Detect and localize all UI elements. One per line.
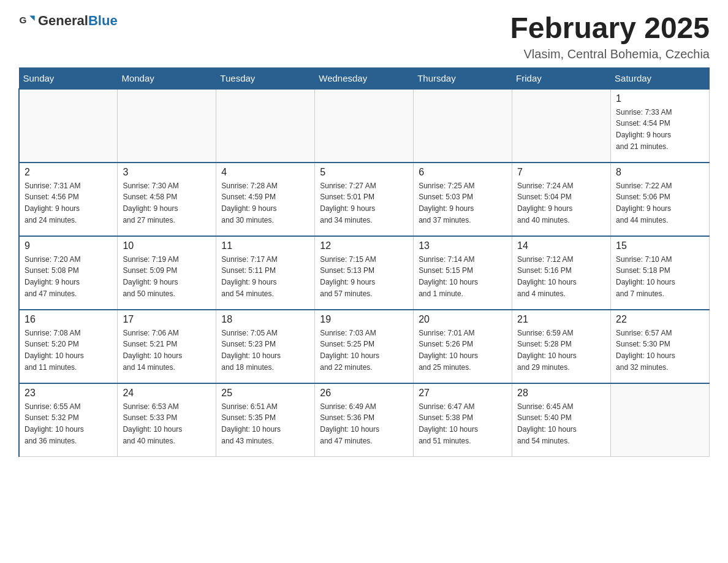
weekday-header-thursday: Thursday (414, 67, 512, 89)
day-info: Sunrise: 7:25 AM Sunset: 5:03 PM Dayligh… (419, 180, 507, 226)
calendar-cell: 27Sunrise: 6:47 AM Sunset: 5:38 PM Dayli… (414, 383, 512, 457)
logo: G GeneralBlue (18, 12, 118, 29)
calendar-cell: 6Sunrise: 7:25 AM Sunset: 5:03 PM Daylig… (414, 163, 512, 236)
day-number: 2 (25, 167, 112, 178)
calendar-cell: 5Sunrise: 7:27 AM Sunset: 5:01 PM Daylig… (315, 163, 414, 236)
calendar-cell: 1Sunrise: 7:33 AM Sunset: 4:54 PM Daylig… (611, 89, 710, 163)
day-number: 10 (123, 240, 211, 251)
calendar-cell: 18Sunrise: 7:05 AM Sunset: 5:23 PM Dayli… (216, 310, 315, 383)
logo-text-general: General (38, 13, 88, 28)
calendar-cell: 25Sunrise: 6:51 AM Sunset: 5:35 PM Dayli… (216, 383, 315, 457)
day-number: 12 (320, 240, 408, 251)
svg-marker-1 (29, 16, 34, 21)
calendar-cell (19, 89, 118, 163)
day-number: 7 (517, 167, 605, 178)
day-info: Sunrise: 7:06 AM Sunset: 5:21 PM Dayligh… (123, 327, 211, 373)
weekday-header-saturday: Saturday (611, 67, 710, 89)
calendar-cell: 3Sunrise: 7:30 AM Sunset: 4:58 PM Daylig… (118, 163, 216, 236)
calendar-week-row: 2Sunrise: 7:31 AM Sunset: 4:56 PM Daylig… (19, 163, 710, 236)
day-info: Sunrise: 7:30 AM Sunset: 4:58 PM Dayligh… (123, 180, 211, 226)
day-number: 22 (616, 314, 704, 325)
day-number: 15 (616, 240, 704, 251)
calendar-cell: 26Sunrise: 6:49 AM Sunset: 5:36 PM Dayli… (315, 383, 414, 457)
day-number: 3 (123, 167, 211, 178)
day-number: 4 (221, 167, 309, 178)
day-number: 13 (419, 240, 507, 251)
day-info: Sunrise: 7:20 AM Sunset: 5:08 PM Dayligh… (25, 254, 112, 299)
calendar-cell: 7Sunrise: 7:24 AM Sunset: 5:04 PM Daylig… (512, 163, 611, 236)
calendar-cell (414, 89, 512, 163)
day-info: Sunrise: 7:31 AM Sunset: 4:56 PM Dayligh… (25, 180, 112, 226)
day-number: 8 (616, 167, 704, 178)
day-number: 24 (123, 388, 211, 399)
day-info: Sunrise: 7:10 AM Sunset: 5:18 PM Dayligh… (616, 254, 704, 299)
calendar-cell: 17Sunrise: 7:06 AM Sunset: 5:21 PM Dayli… (118, 310, 216, 383)
title-area: February 2025 Vlasim, Central Bohemia, C… (510, 12, 710, 61)
day-info: Sunrise: 6:59 AM Sunset: 5:28 PM Dayligh… (517, 327, 605, 373)
calendar-cell: 12Sunrise: 7:15 AM Sunset: 5:13 PM Dayli… (315, 236, 414, 310)
calendar-cell: 19Sunrise: 7:03 AM Sunset: 5:25 PM Dayli… (315, 310, 414, 383)
day-number: 11 (221, 240, 309, 251)
day-info: Sunrise: 7:19 AM Sunset: 5:09 PM Dayligh… (123, 254, 211, 299)
day-info: Sunrise: 7:24 AM Sunset: 5:04 PM Dayligh… (517, 180, 605, 226)
day-number: 25 (221, 388, 309, 399)
day-info: Sunrise: 7:28 AM Sunset: 4:59 PM Dayligh… (221, 180, 309, 226)
calendar-cell: 16Sunrise: 7:08 AM Sunset: 5:20 PM Dayli… (19, 310, 118, 383)
day-number: 6 (419, 167, 507, 178)
calendar-cell: 24Sunrise: 6:53 AM Sunset: 5:33 PM Dayli… (118, 383, 216, 457)
calendar-cell (611, 383, 710, 457)
calendar-cell: 8Sunrise: 7:22 AM Sunset: 5:06 PM Daylig… (611, 163, 710, 236)
logo-icon: G (18, 12, 36, 29)
calendar-cell: 2Sunrise: 7:31 AM Sunset: 4:56 PM Daylig… (19, 163, 118, 236)
day-info: Sunrise: 7:08 AM Sunset: 5:20 PM Dayligh… (25, 327, 112, 373)
weekday-header-row: SundayMondayTuesdayWednesdayThursdayFrid… (19, 67, 710, 89)
day-info: Sunrise: 7:15 AM Sunset: 5:13 PM Dayligh… (320, 254, 408, 299)
day-info: Sunrise: 7:27 AM Sunset: 5:01 PM Dayligh… (320, 180, 408, 226)
day-info: Sunrise: 6:57 AM Sunset: 5:30 PM Dayligh… (616, 327, 704, 373)
calendar-cell: 10Sunrise: 7:19 AM Sunset: 5:09 PM Dayli… (118, 236, 216, 310)
calendar-cell: 23Sunrise: 6:55 AM Sunset: 5:32 PM Dayli… (19, 383, 118, 457)
day-number: 5 (320, 167, 408, 178)
day-info: Sunrise: 6:51 AM Sunset: 5:35 PM Dayligh… (221, 401, 309, 446)
calendar-week-row: 1Sunrise: 7:33 AM Sunset: 4:54 PM Daylig… (19, 89, 710, 163)
day-info: Sunrise: 6:53 AM Sunset: 5:33 PM Dayligh… (123, 401, 211, 446)
day-info: Sunrise: 7:14 AM Sunset: 5:15 PM Dayligh… (419, 254, 507, 299)
calendar-cell: 20Sunrise: 7:01 AM Sunset: 5:26 PM Dayli… (414, 310, 512, 383)
calendar-cell: 13Sunrise: 7:14 AM Sunset: 5:15 PM Dayli… (414, 236, 512, 310)
calendar-cell: 4Sunrise: 7:28 AM Sunset: 4:59 PM Daylig… (216, 163, 315, 236)
day-number: 16 (25, 314, 112, 325)
day-number: 1 (616, 93, 704, 104)
calendar-cell (118, 89, 216, 163)
calendar-cell: 9Sunrise: 7:20 AM Sunset: 5:08 PM Daylig… (19, 236, 118, 310)
month-title: February 2025 (510, 12, 710, 45)
day-number: 17 (123, 314, 211, 325)
day-info: Sunrise: 7:03 AM Sunset: 5:25 PM Dayligh… (320, 327, 408, 373)
calendar-cell: 14Sunrise: 7:12 AM Sunset: 5:16 PM Dayli… (512, 236, 611, 310)
location: Vlasim, Central Bohemia, Czechia (510, 47, 710, 61)
day-info: Sunrise: 6:47 AM Sunset: 5:38 PM Dayligh… (419, 401, 507, 446)
svg-text:G: G (19, 15, 26, 25)
calendar-cell: 28Sunrise: 6:45 AM Sunset: 5:40 PM Dayli… (512, 383, 611, 457)
weekday-header-monday: Monday (118, 67, 216, 89)
calendar-week-row: 9Sunrise: 7:20 AM Sunset: 5:08 PM Daylig… (19, 236, 710, 310)
calendar-cell (315, 89, 414, 163)
day-info: Sunrise: 7:22 AM Sunset: 5:06 PM Dayligh… (616, 180, 704, 226)
day-number: 9 (25, 240, 112, 251)
calendar-cell: 21Sunrise: 6:59 AM Sunset: 5:28 PM Dayli… (512, 310, 611, 383)
logo-text-blue: Blue (88, 13, 118, 28)
day-info: Sunrise: 6:55 AM Sunset: 5:32 PM Dayligh… (25, 401, 112, 446)
day-number: 21 (517, 314, 605, 325)
day-info: Sunrise: 7:05 AM Sunset: 5:23 PM Dayligh… (221, 327, 309, 373)
calendar-cell: 15Sunrise: 7:10 AM Sunset: 5:18 PM Dayli… (611, 236, 710, 310)
day-info: Sunrise: 7:17 AM Sunset: 5:11 PM Dayligh… (221, 254, 309, 299)
calendar-week-row: 16Sunrise: 7:08 AM Sunset: 5:20 PM Dayli… (19, 310, 710, 383)
day-number: 18 (221, 314, 309, 325)
day-number: 26 (320, 388, 408, 399)
page-header: G GeneralBlue February 2025 Vlasim, Cent… (18, 12, 710, 61)
calendar-cell (512, 89, 611, 163)
day-number: 14 (517, 240, 605, 251)
day-number: 23 (25, 388, 112, 399)
day-number: 20 (419, 314, 507, 325)
calendar-cell: 22Sunrise: 6:57 AM Sunset: 5:30 PM Dayli… (611, 310, 710, 383)
day-info: Sunrise: 7:12 AM Sunset: 5:16 PM Dayligh… (517, 254, 605, 299)
